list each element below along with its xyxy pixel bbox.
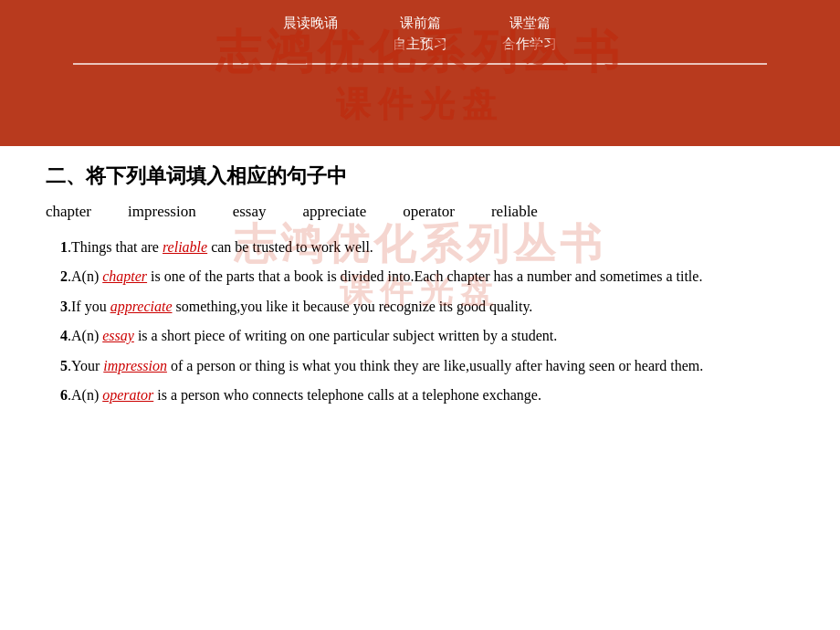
word-essay: essay (233, 203, 267, 221)
answer-5: impression (103, 358, 167, 373)
sentence-1: 1.Things that are reliable can be truste… (46, 234, 794, 261)
word-chapter: chapter (46, 203, 91, 221)
num-6: 6 (60, 387, 68, 403)
num-3: 3 (60, 299, 68, 314)
answer-6: operator (102, 387, 153, 403)
word-operator: operator (403, 203, 455, 221)
num-1: 1 (60, 239, 68, 255)
sentences-list: 1.Things that are reliable can be truste… (46, 234, 794, 409)
section-title: 二、将下列单词填入相应的句子中 (46, 163, 794, 190)
answer-2: chapter (102, 268, 147, 284)
answer-3: appreciate (110, 299, 173, 314)
sentence-5: 5.Your impression of a person or thing i… (46, 352, 794, 380)
sentence-2: 2.A(n) chapter is one of the parts that … (46, 263, 794, 290)
answer-1: reliable (163, 239, 207, 255)
main-content: 志鸿优化系列丛书 课件光盘 二、将下列单词填入相应的句子中 chapter im… (0, 146, 840, 630)
tab-divider (73, 63, 767, 65)
answer-4: essay (102, 328, 134, 343)
sentence-6: 6.A(n) operator is a person who connects… (46, 382, 794, 409)
header: 晨读晚诵 课前篇 自主预习 课堂篇 合作学习 志鸿优化系列丛书 课件光盘 (0, 0, 840, 146)
tab-preview[interactable]: 课前篇 自主预习 (393, 13, 447, 54)
tab-classroom[interactable]: 课堂篇 合作学习 (502, 13, 557, 54)
word-reliable: reliable (491, 203, 538, 221)
page-wrapper: 晨读晚诵 课前篇 自主预习 课堂篇 合作学习 志鸿优化系列丛书 课件光盘 志鸿优… (0, 0, 840, 630)
num-2: 2 (60, 268, 68, 284)
word-bank: chapter impression essay appreciate oper… (46, 203, 794, 221)
word-impression: impression (128, 203, 196, 221)
sentence-3: 3.If you appreciate something,you like i… (46, 293, 794, 320)
sentence-4: 4.A(n) essay is a short piece of writing… (46, 322, 794, 350)
nav-tabs: 晨读晚诵 课前篇 自主预习 课堂篇 合作学习 (0, 0, 840, 63)
num-5: 5 (60, 358, 68, 373)
tab-morning-reading[interactable]: 晨读晚诵 (283, 13, 338, 54)
word-appreciate: appreciate (302, 203, 366, 221)
watermark-line2: 课件光盘 (0, 81, 840, 128)
num-4: 4 (60, 328, 68, 343)
